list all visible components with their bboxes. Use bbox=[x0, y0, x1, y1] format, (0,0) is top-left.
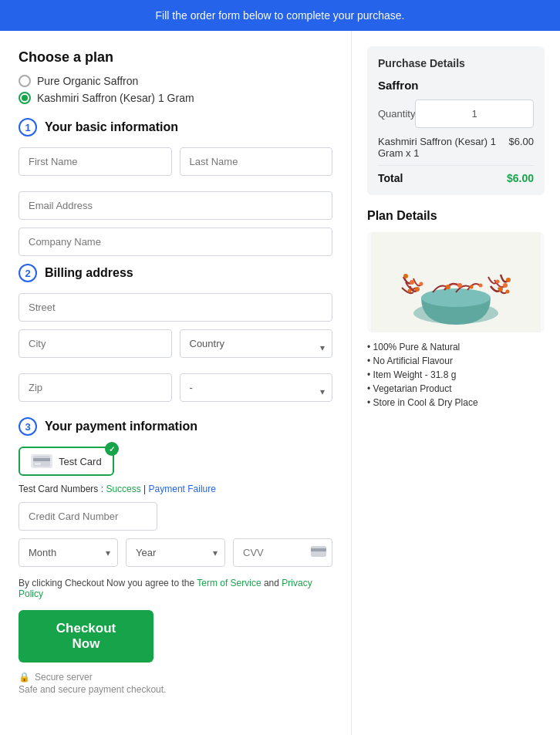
month-select-wrapper: Month bbox=[19, 538, 118, 567]
street-input[interactable] bbox=[19, 293, 332, 322]
plan-label-2: Kashmiri Saffron (Kesar) 1 Gram bbox=[37, 92, 194, 104]
state-select-wrapper: - bbox=[180, 373, 333, 410]
failure-link[interactable]: Payment Failure bbox=[149, 484, 216, 494]
terms-link[interactable]: Term of Service bbox=[197, 578, 261, 588]
banner-text: Fill the order form below to complete yo… bbox=[156, 9, 405, 22]
email-input[interactable] bbox=[19, 191, 332, 220]
item-description: Kashmiri Saffron (Kesar) 1 Gram x 1 bbox=[378, 136, 508, 159]
safe-text: Safe and secure payment checkout. bbox=[19, 684, 332, 695]
step3-title: Your payment information bbox=[45, 420, 197, 433]
svg-rect-1 bbox=[33, 458, 50, 461]
step2-circle: 2 bbox=[19, 264, 37, 282]
step1-number: 1 bbox=[25, 122, 30, 133]
step1-heading: 1 Your basic information bbox=[19, 118, 332, 137]
city-input[interactable] bbox=[19, 329, 172, 358]
country-select-wrapper: Country bbox=[180, 329, 333, 366]
step3-circle: 3 bbox=[19, 417, 37, 436]
product-features: 100% Pure & Natural No Artificial Flavou… bbox=[367, 342, 545, 408]
company-field-wrapper bbox=[19, 228, 332, 256]
svg-point-9 bbox=[410, 280, 414, 285]
company-input[interactable] bbox=[19, 228, 332, 256]
quantity-row: Quantity bbox=[378, 99, 534, 128]
first-name-input[interactable] bbox=[19, 147, 172, 176]
step3-heading: 3 Your payment information bbox=[19, 417, 332, 436]
terms-and: and bbox=[264, 578, 282, 588]
lock-icon: 🔒 bbox=[19, 672, 30, 683]
top-banner: Fill the order form below to complete yo… bbox=[0, 0, 560, 31]
item-row: Kashmiri Saffron (Kesar) 1 Gram x 1 $6.0… bbox=[378, 136, 534, 166]
plan-details-title: Plan Details bbox=[367, 209, 545, 223]
main-content: Choose a plan Pure Organic Saffron Kashm… bbox=[0, 31, 560, 735]
secure-label: Secure server bbox=[35, 672, 93, 683]
country-select[interactable]: Country bbox=[180, 329, 333, 358]
card-label: Test Card bbox=[59, 456, 102, 467]
cc-input[interactable] bbox=[19, 502, 157, 531]
svg-point-14 bbox=[503, 283, 508, 288]
checkout-button[interactable]: Checkout Now bbox=[19, 610, 153, 663]
card-selected-badge bbox=[105, 442, 119, 456]
payment-card-option[interactable]: Test Card bbox=[19, 447, 114, 476]
item-price: $6.00 bbox=[508, 136, 534, 159]
zip-input[interactable] bbox=[19, 373, 172, 402]
radio-selected bbox=[19, 92, 31, 104]
plan-section-title: Choose a plan bbox=[19, 49, 332, 66]
feature-3: Item Weight - 31.8 g bbox=[367, 369, 545, 380]
zip-state-row: - bbox=[19, 373, 332, 410]
test-card-numbers: Test Card Numbers : Success | Payment Fa… bbox=[19, 484, 332, 494]
terms-text: By clicking Checkout Now you agree to th… bbox=[19, 578, 332, 599]
name-row bbox=[19, 147, 332, 184]
svg-rect-2 bbox=[35, 463, 41, 465]
svg-point-21 bbox=[479, 284, 483, 288]
purchase-details-box: Purchase Details Saffron Quantity Kashmi… bbox=[367, 46, 545, 195]
plan-option-2[interactable]: Kashmiri Saffron (Kesar) 1 Gram bbox=[19, 92, 332, 104]
svg-point-20 bbox=[470, 285, 474, 289]
step2-number: 2 bbox=[25, 268, 30, 279]
feature-2: No Artificial Flavour bbox=[367, 356, 545, 366]
first-name-field bbox=[19, 147, 172, 176]
expiry-cvv-row: Month Year bbox=[19, 538, 332, 567]
state-select[interactable]: - bbox=[180, 373, 333, 402]
svg-point-13 bbox=[498, 287, 503, 292]
svg-point-8 bbox=[415, 287, 420, 292]
city-country-row: Country bbox=[19, 329, 332, 366]
step2-heading: 2 Billing address bbox=[19, 264, 332, 282]
right-panel: Purchase Details Saffron Quantity Kashmi… bbox=[352, 31, 560, 735]
credit-card-svg bbox=[33, 456, 50, 467]
success-link[interactable]: Success bbox=[106, 484, 140, 494]
step2-title: Billing address bbox=[45, 266, 133, 280]
email-field-wrapper bbox=[19, 191, 332, 220]
last-name-field bbox=[180, 147, 333, 176]
test-card-text: Test Card Numbers : bbox=[19, 484, 106, 494]
feature-1: 100% Pure & Natural bbox=[367, 342, 545, 352]
total-row: Total $6.00 bbox=[378, 172, 534, 184]
plan-label-1: Pure Organic Saffron bbox=[37, 75, 138, 87]
secure-note: 🔒 Secure server bbox=[19, 672, 332, 683]
left-panel: Choose a plan Pure Organic Saffron Kashm… bbox=[0, 31, 352, 735]
step1-circle: 1 bbox=[19, 118, 37, 137]
saffron-illustration bbox=[371, 232, 541, 332]
plan-details-section: Plan Details bbox=[367, 209, 545, 408]
svg-point-11 bbox=[420, 282, 423, 286]
svg-point-16 bbox=[496, 280, 500, 284]
year-select-wrapper: Year bbox=[126, 538, 225, 567]
quantity-input[interactable] bbox=[415, 99, 534, 128]
last-name-input[interactable] bbox=[180, 147, 333, 176]
svg-point-19 bbox=[457, 283, 462, 288]
zip-field bbox=[19, 373, 172, 402]
feature-5: Store in Cool & Dry Place bbox=[367, 397, 545, 408]
street-field-wrapper bbox=[19, 293, 332, 322]
svg-point-10 bbox=[408, 289, 412, 293]
svg-point-17 bbox=[506, 278, 511, 282]
cc-field-wrapper bbox=[19, 502, 332, 531]
year-select[interactable]: Year bbox=[126, 538, 225, 567]
quantity-label: Quantity bbox=[378, 108, 415, 120]
checkout-label: Checkout Now bbox=[56, 621, 116, 651]
month-select[interactable]: Month bbox=[19, 538, 118, 567]
cvv-wrapper bbox=[233, 538, 332, 567]
svg-rect-4 bbox=[311, 548, 326, 551]
svg-point-12 bbox=[403, 274, 408, 278]
plan-option-1[interactable]: Pure Organic Saffron bbox=[19, 75, 332, 87]
radio-unselected bbox=[19, 75, 31, 87]
product-name: Saffron bbox=[378, 79, 534, 92]
purchase-details-title: Purchase Details bbox=[378, 57, 534, 69]
